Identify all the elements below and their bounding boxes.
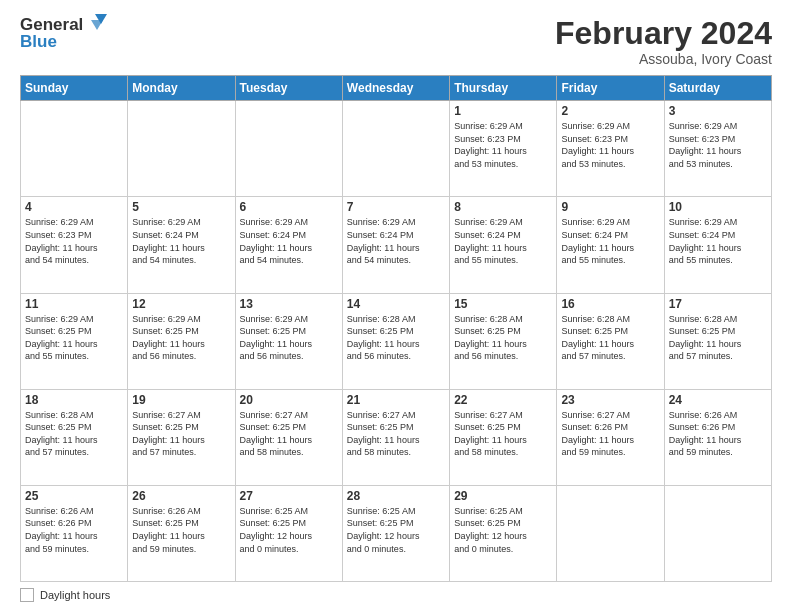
day-info: Sunrise: 6:29 AM Sunset: 6:24 PM Dayligh… (347, 216, 445, 266)
calendar-cell: 16Sunrise: 6:28 AM Sunset: 6:25 PM Dayli… (557, 293, 664, 389)
calendar-cell: 9Sunrise: 6:29 AM Sunset: 6:24 PM Daylig… (557, 197, 664, 293)
calendar-cell: 25Sunrise: 6:26 AM Sunset: 6:26 PM Dayli… (21, 485, 128, 581)
day-info: Sunrise: 6:29 AM Sunset: 6:25 PM Dayligh… (240, 313, 338, 363)
day-info: Sunrise: 6:29 AM Sunset: 6:24 PM Dayligh… (669, 216, 767, 266)
day-info: Sunrise: 6:28 AM Sunset: 6:25 PM Dayligh… (25, 409, 123, 459)
weekday-header-row: SundayMondayTuesdayWednesdayThursdayFrid… (21, 76, 772, 101)
calendar-cell: 4Sunrise: 6:29 AM Sunset: 6:23 PM Daylig… (21, 197, 128, 293)
day-number: 21 (347, 393, 445, 407)
calendar-cell: 6Sunrise: 6:29 AM Sunset: 6:24 PM Daylig… (235, 197, 342, 293)
day-number: 3 (669, 104, 767, 118)
calendar-week-row: 4Sunrise: 6:29 AM Sunset: 6:23 PM Daylig… (21, 197, 772, 293)
calendar-cell: 7Sunrise: 6:29 AM Sunset: 6:24 PM Daylig… (342, 197, 449, 293)
page-container: General Blue February 2024 Assouba, Ivor… (0, 0, 792, 612)
day-info: Sunrise: 6:26 AM Sunset: 6:26 PM Dayligh… (669, 409, 767, 459)
day-number: 11 (25, 297, 123, 311)
day-number: 22 (454, 393, 552, 407)
legend: Daylight hours (20, 588, 772, 602)
calendar-cell: 18Sunrise: 6:28 AM Sunset: 6:25 PM Dayli… (21, 389, 128, 485)
calendar-cell (557, 485, 664, 581)
day-number: 8 (454, 200, 552, 214)
day-number: 13 (240, 297, 338, 311)
calendar-cell: 11Sunrise: 6:29 AM Sunset: 6:25 PM Dayli… (21, 293, 128, 389)
day-number: 29 (454, 489, 552, 503)
day-number: 25 (25, 489, 123, 503)
calendar-cell: 20Sunrise: 6:27 AM Sunset: 6:25 PM Dayli… (235, 389, 342, 485)
legend-label: Daylight hours (40, 589, 110, 601)
calendar-cell: 28Sunrise: 6:25 AM Sunset: 6:25 PM Dayli… (342, 485, 449, 581)
day-info: Sunrise: 6:29 AM Sunset: 6:25 PM Dayligh… (25, 313, 123, 363)
calendar-cell: 27Sunrise: 6:25 AM Sunset: 6:25 PM Dayli… (235, 485, 342, 581)
calendar-cell: 3Sunrise: 6:29 AM Sunset: 6:23 PM Daylig… (664, 101, 771, 197)
day-info: Sunrise: 6:25 AM Sunset: 6:25 PM Dayligh… (454, 505, 552, 555)
calendar-week-row: 25Sunrise: 6:26 AM Sunset: 6:26 PM Dayli… (21, 485, 772, 581)
day-number: 26 (132, 489, 230, 503)
header: General Blue February 2024 Assouba, Ivor… (20, 16, 772, 67)
day-info: Sunrise: 6:29 AM Sunset: 6:23 PM Dayligh… (454, 120, 552, 170)
day-number: 10 (669, 200, 767, 214)
calendar-cell: 19Sunrise: 6:27 AM Sunset: 6:25 PM Dayli… (128, 389, 235, 485)
calendar-week-row: 1Sunrise: 6:29 AM Sunset: 6:23 PM Daylig… (21, 101, 772, 197)
calendar-cell: 13Sunrise: 6:29 AM Sunset: 6:25 PM Dayli… (235, 293, 342, 389)
calendar-cell: 1Sunrise: 6:29 AM Sunset: 6:23 PM Daylig… (450, 101, 557, 197)
main-title: February 2024 (555, 16, 772, 51)
weekday-header: Friday (557, 76, 664, 101)
day-number: 16 (561, 297, 659, 311)
day-info: Sunrise: 6:27 AM Sunset: 6:25 PM Dayligh… (454, 409, 552, 459)
day-info: Sunrise: 6:27 AM Sunset: 6:25 PM Dayligh… (347, 409, 445, 459)
day-number: 4 (25, 200, 123, 214)
day-info: Sunrise: 6:28 AM Sunset: 6:25 PM Dayligh… (561, 313, 659, 363)
weekday-header: Thursday (450, 76, 557, 101)
day-number: 12 (132, 297, 230, 311)
svg-marker-1 (91, 20, 103, 30)
calendar-cell (128, 101, 235, 197)
calendar-cell (342, 101, 449, 197)
day-number: 9 (561, 200, 659, 214)
day-info: Sunrise: 6:28 AM Sunset: 6:25 PM Dayligh… (669, 313, 767, 363)
calendar-cell: 17Sunrise: 6:28 AM Sunset: 6:25 PM Dayli… (664, 293, 771, 389)
calendar-cell: 22Sunrise: 6:27 AM Sunset: 6:25 PM Dayli… (450, 389, 557, 485)
calendar-cell: 29Sunrise: 6:25 AM Sunset: 6:25 PM Dayli… (450, 485, 557, 581)
day-number: 19 (132, 393, 230, 407)
day-number: 6 (240, 200, 338, 214)
day-info: Sunrise: 6:29 AM Sunset: 6:24 PM Dayligh… (561, 216, 659, 266)
day-number: 23 (561, 393, 659, 407)
day-info: Sunrise: 6:29 AM Sunset: 6:23 PM Dayligh… (669, 120, 767, 170)
day-info: Sunrise: 6:29 AM Sunset: 6:24 PM Dayligh… (240, 216, 338, 266)
day-number: 24 (669, 393, 767, 407)
day-info: Sunrise: 6:27 AM Sunset: 6:26 PM Dayligh… (561, 409, 659, 459)
day-number: 5 (132, 200, 230, 214)
day-info: Sunrise: 6:29 AM Sunset: 6:24 PM Dayligh… (132, 216, 230, 266)
day-info: Sunrise: 6:29 AM Sunset: 6:23 PM Dayligh… (561, 120, 659, 170)
day-info: Sunrise: 6:27 AM Sunset: 6:25 PM Dayligh… (240, 409, 338, 459)
day-number: 18 (25, 393, 123, 407)
day-number: 2 (561, 104, 659, 118)
day-number: 1 (454, 104, 552, 118)
calendar-cell: 24Sunrise: 6:26 AM Sunset: 6:26 PM Dayli… (664, 389, 771, 485)
calendar-table: SundayMondayTuesdayWednesdayThursdayFrid… (20, 75, 772, 582)
calendar-cell: 10Sunrise: 6:29 AM Sunset: 6:24 PM Dayli… (664, 197, 771, 293)
day-info: Sunrise: 6:27 AM Sunset: 6:25 PM Dayligh… (132, 409, 230, 459)
day-info: Sunrise: 6:29 AM Sunset: 6:25 PM Dayligh… (132, 313, 230, 363)
calendar-cell: 26Sunrise: 6:26 AM Sunset: 6:25 PM Dayli… (128, 485, 235, 581)
weekday-header: Saturday (664, 76, 771, 101)
calendar-cell: 14Sunrise: 6:28 AM Sunset: 6:25 PM Dayli… (342, 293, 449, 389)
logo: General Blue (20, 16, 107, 51)
calendar-cell (21, 101, 128, 197)
calendar-cell (664, 485, 771, 581)
day-number: 20 (240, 393, 338, 407)
weekday-header: Sunday (21, 76, 128, 101)
day-number: 27 (240, 489, 338, 503)
day-info: Sunrise: 6:28 AM Sunset: 6:25 PM Dayligh… (347, 313, 445, 363)
title-block: February 2024 Assouba, Ivory Coast (555, 16, 772, 67)
day-number: 17 (669, 297, 767, 311)
day-info: Sunrise: 6:25 AM Sunset: 6:25 PM Dayligh… (240, 505, 338, 555)
day-info: Sunrise: 6:26 AM Sunset: 6:26 PM Dayligh… (25, 505, 123, 555)
day-info: Sunrise: 6:29 AM Sunset: 6:24 PM Dayligh… (454, 216, 552, 266)
day-info: Sunrise: 6:25 AM Sunset: 6:25 PM Dayligh… (347, 505, 445, 555)
day-info: Sunrise: 6:28 AM Sunset: 6:25 PM Dayligh… (454, 313, 552, 363)
calendar-cell: 5Sunrise: 6:29 AM Sunset: 6:24 PM Daylig… (128, 197, 235, 293)
day-number: 7 (347, 200, 445, 214)
calendar-cell: 2Sunrise: 6:29 AM Sunset: 6:23 PM Daylig… (557, 101, 664, 197)
weekday-header: Tuesday (235, 76, 342, 101)
